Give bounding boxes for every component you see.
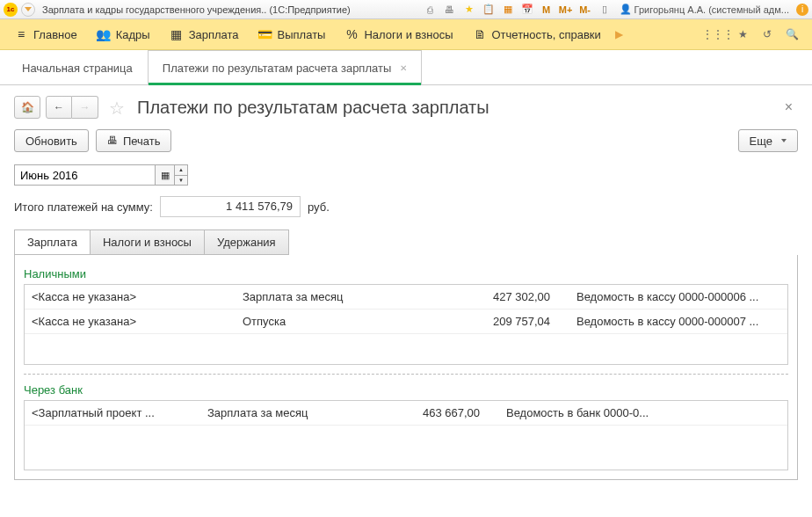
cash-cell-amount: 209 757,04 [471, 315, 576, 328]
hamburger-icon: ≡ [14, 27, 28, 41]
history-icon[interactable]: ↺ [759, 26, 775, 42]
subtabs: Зарплата Налоги и взносы Удержания [14, 229, 289, 255]
nav-personnel-label: Кадры [116, 28, 150, 41]
refresh-label: Обновить [25, 135, 77, 148]
cash-cell-doc: Ведомость в кассу 0000-000007 ... [576, 315, 780, 328]
table-row[interactable]: <Касса не указана> Отпуска 209 757,04 Ве… [25, 309, 787, 334]
apps-grid-icon[interactable]: ⋮⋮⋮ [710, 26, 726, 42]
window-title: Зарплата и кадры государственного учрежд… [42, 4, 351, 15]
total-value: 1 411 576,79 [160, 196, 301, 217]
subtab-taxes[interactable]: Налоги и взносы [91, 230, 205, 254]
nav-payments[interactable]: 💳 Выплаты [250, 19, 335, 49]
total-row: Итого платежей на сумму: 1 411 576,79 ру… [14, 196, 798, 217]
memory-mminus-icon[interactable]: М- [577, 3, 593, 17]
nav-main-label: Главное [33, 28, 77, 41]
app-logo-icon: 1c [4, 3, 18, 17]
nav-salary[interactable]: ▦ Зарплата [161, 19, 248, 49]
search-icon[interactable]: 🔍 [784, 26, 800, 42]
calculator-nav-icon: ▦ [170, 27, 184, 41]
cash-cell-type: Зарплата за месяц [243, 290, 471, 303]
nav-taxes-label: Налоги и взносы [364, 28, 453, 41]
print-icon[interactable]: 🖶 [442, 3, 458, 17]
home-button[interactable]: 🏠 [14, 96, 40, 119]
table-row[interactable]: <Зарплатный проект ... Зарплата за месяц… [25, 401, 787, 426]
tab-payments[interactable]: Платежи по результатам расчета зарплаты … [148, 50, 422, 84]
bank-grid: <Зарплатный проект ... Зарплата за месяц… [24, 400, 788, 470]
nav-personnel[interactable]: 👥 Кадры [88, 19, 159, 49]
document-tabs: Начальная страница Платежи по результата… [0, 50, 812, 85]
app-menu-dropdown[interactable] [21, 3, 35, 17]
favorite-icon[interactable]: ★ [461, 3, 477, 17]
more-label: Еще [750, 135, 772, 148]
user-label: Григорьянц А.А. (системный адм... [634, 4, 789, 15]
nav-salary-label: Зарплата [189, 28, 239, 41]
cash-cell-account: <Касса не указана> [32, 290, 243, 303]
nav-main[interactable]: ≡ Главное [5, 19, 86, 49]
currency-label: руб. [308, 200, 330, 214]
star-nav-icon[interactable]: ★ [735, 26, 750, 42]
tab-payments-label: Платежи по результатам расчета зарплаты [163, 62, 391, 75]
current-user[interactable]: 👤 Григорьянц А.А. (системный адм... [620, 4, 789, 15]
nav-reports[interactable]: 🗎 Отчетность, справки [464, 19, 610, 49]
calendar-icon[interactable]: 📅 [519, 3, 535, 17]
action-buttons-row: Обновить 🖶 Печать Еще [14, 129, 798, 152]
page-close-button[interactable]: × [779, 99, 798, 115]
table-row-empty [25, 426, 787, 470]
nav-reports-label: Отчетность, справки [492, 28, 601, 41]
bank-cell-doc: Ведомость в банк 0000-0... [506, 406, 780, 419]
cash-cell-account: <Касса не указана> [32, 315, 243, 328]
nav-payments-label: Выплаты [278, 28, 326, 41]
section-cash-title: Наличными [24, 267, 788, 280]
nav-more-arrow-icon[interactable]: ▶ [612, 28, 627, 40]
window-titlebar: 1c Зарплата и кадры государственного учр… [0, 0, 812, 19]
period-selector: ▦ ▲ ▼ [14, 164, 798, 186]
page-title: Платежи по результатам расчета зарплаты [137, 98, 489, 118]
memory-m-icon[interactable]: М [539, 3, 555, 17]
print-button[interactable]: 🖶 Печать [96, 129, 172, 152]
subtab-salary[interactable]: Зарплата [15, 230, 91, 254]
period-spinner: ▲ ▼ [174, 164, 188, 186]
calculator-icon[interactable]: ▦ [500, 3, 516, 17]
section-divider [24, 374, 788, 375]
wallet-icon: 💳 [258, 27, 272, 41]
page-content: 🏠 ← → ☆ Платежи по результатам расчета з… [0, 85, 812, 494]
subtab-deductions[interactable]: Удержания [205, 230, 288, 254]
bank-cell-account: <Зарплатный проект ... [32, 406, 207, 419]
subtab-panel: Наличными <Касса не указана> Зарплата за… [14, 255, 798, 480]
back-button[interactable]: ← [46, 96, 72, 119]
forward-button[interactable]: → [72, 96, 98, 119]
bank-cell-type: Зарплата за месяц [207, 406, 401, 419]
period-up-button[interactable]: ▲ [175, 165, 187, 176]
total-label: Итого платежей на сумму: [14, 200, 153, 214]
panel-toggle-icon[interactable]: ▯ [597, 3, 613, 17]
table-row-empty [25, 334, 787, 364]
table-row[interactable]: <Касса не указана> Зарплата за месяц 427… [25, 285, 787, 309]
printer-icon: 🖶 [107, 135, 118, 147]
period-calendar-button[interactable]: ▦ [155, 164, 174, 186]
document-icon: 🗎 [473, 27, 487, 41]
nav-back-forward: ← → [46, 96, 98, 119]
cash-cell-doc: Ведомость в кассу 0000-000006 ... [576, 290, 780, 303]
period-input[interactable] [14, 164, 155, 186]
percent-icon: % [344, 27, 359, 41]
main-toolbar: ≡ Главное 👥 Кадры ▦ Зарплата 💳 Выплаты %… [0, 19, 812, 50]
section-bank-title: Через банк [24, 383, 788, 397]
tab-close-icon[interactable]: ✕ [400, 63, 407, 73]
print-preview-icon[interactable]: ⎙ [423, 3, 439, 17]
people-icon: 👥 [97, 27, 111, 41]
cash-grid: <Касса не указана> Зарплата за месяц 427… [24, 284, 788, 365]
cash-cell-amount: 427 302,00 [471, 290, 576, 303]
tab-start-page[interactable]: Начальная страница [7, 50, 148, 84]
memory-mplus-icon[interactable]: М+ [558, 3, 574, 17]
print-label: Печать [123, 135, 161, 148]
page-title-row: 🏠 ← → ☆ Платежи по результатам расчета з… [14, 96, 798, 119]
period-down-button[interactable]: ▼ [175, 176, 187, 186]
user-icon: 👤 [620, 4, 632, 15]
refresh-button[interactable]: Обновить [14, 129, 89, 152]
page-favorite-icon[interactable]: ☆ [109, 98, 128, 117]
clipboard-icon[interactable]: 📋 [481, 3, 497, 17]
more-button[interactable]: Еще [738, 129, 798, 152]
info-icon[interactable]: i [796, 4, 808, 16]
nav-taxes[interactable]: % Налоги и взносы [336, 19, 461, 49]
cash-cell-type: Отпуска [243, 315, 471, 328]
